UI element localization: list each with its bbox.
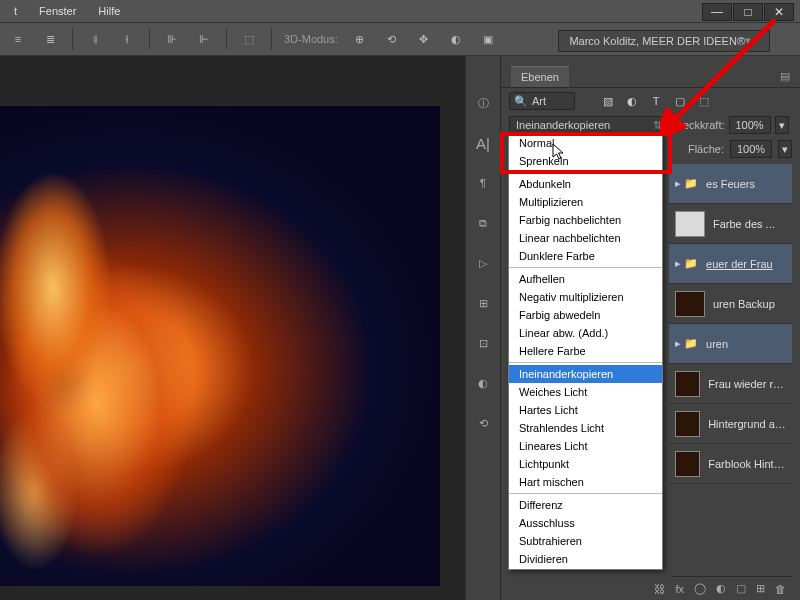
layer-row[interactable]: ▸ 📁es Feuers (669, 164, 792, 204)
group-icon[interactable]: ▢ (736, 582, 746, 595)
blend-mode-option[interactable]: Ineinanderkopieren (509, 365, 662, 383)
main-area: ⓘ A| ¶ ⧉ ▷ ⊞ ⊡ ◐ ⟲ Ebenen ▤ 🔍 Art ▧ ◐ T … (0, 56, 800, 600)
fill-input[interactable]: 100% (730, 140, 772, 158)
canvas-area (0, 56, 465, 600)
distribute-icon-2[interactable]: ⫲ (117, 29, 137, 49)
paragraph-icon[interactable]: ¶ (472, 172, 494, 194)
blend-mode-option[interactable]: Hartes Licht (509, 401, 662, 419)
align-icon-2[interactable]: ≣ (40, 29, 60, 49)
blend-mode-option[interactable]: Negativ multiplizieren (509, 288, 662, 306)
document-canvas[interactable] (0, 106, 440, 586)
layer-thumbnail (675, 411, 700, 437)
3d-tool-5[interactable]: ▣ (478, 29, 498, 49)
close-button[interactable]: ✕ (764, 3, 794, 21)
blend-mode-option[interactable]: Weiches Licht (509, 383, 662, 401)
blend-mode-option[interactable]: Linear abw. (Add.) (509, 324, 662, 342)
blend-mode-option[interactable]: Sprenkeln (509, 152, 662, 170)
blend-mode-option[interactable]: Aufhellen (509, 270, 662, 288)
trash-icon[interactable]: 🗑 (775, 583, 786, 595)
blend-mode-option[interactable]: Dividieren (509, 550, 662, 568)
layer-row[interactable]: ▸ 📁euer der Frau (669, 244, 792, 284)
menu-bar: t Fenster Hilfe (0, 0, 800, 22)
history-icon[interactable]: ⟲ (472, 412, 494, 434)
separator (72, 28, 73, 50)
panel-menu-icon[interactable]: ▤ (780, 70, 790, 83)
layer-name: uren (706, 338, 728, 350)
link-layers-icon[interactable]: ⛓ (654, 583, 665, 595)
collapsed-panels: ⓘ A| ¶ ⧉ ▷ ⊞ ⊡ ◐ ⟲ (465, 56, 501, 600)
layer-thumbnail (675, 451, 700, 477)
maximize-button[interactable]: □ (733, 3, 763, 21)
blend-mode-option[interactable]: Subtrahieren (509, 532, 662, 550)
blend-mode-option[interactable]: Abdunkeln (509, 175, 662, 193)
minimize-button[interactable]: — (702, 3, 732, 21)
fill-slider-button[interactable]: ▾ (778, 140, 792, 158)
layer-thumbnail (675, 291, 705, 317)
blend-mode-option[interactable]: Differenz (509, 496, 662, 514)
filter-adjust-icon[interactable]: ◐ (623, 93, 641, 109)
distribute-icon[interactable]: ⫴ (85, 29, 105, 49)
3d-tool-2[interactable]: ⟲ (382, 29, 402, 49)
spacing-icon-2[interactable]: ⊩ (194, 29, 214, 49)
blend-mode-option[interactable]: Dunklere Farbe (509, 247, 662, 265)
layer-name: es Feuers (706, 178, 755, 190)
tab-ebenen[interactable]: Ebenen (511, 66, 569, 87)
layer-row[interactable]: Hintergrund abdu... (669, 404, 792, 444)
layer-row[interactable]: Farblook Hintergr... (669, 444, 792, 484)
layer-name: Hintergrund abdu... (708, 418, 786, 430)
blend-mode-option[interactable]: Strahlendes Licht (509, 419, 662, 437)
layer-row[interactable]: ▸ 📁uren (669, 324, 792, 364)
workspace-selector[interactable]: Marco Kolditz, MEER DER IDEEN® ▾ (558, 30, 770, 52)
separator (149, 28, 150, 50)
filter-pixel-icon[interactable]: ▧ (599, 93, 617, 109)
folder-icon: ▸ 📁 (675, 337, 698, 350)
blend-mode-menu[interactable]: NormalSprenkelnAbdunkelnMultiplizierenFa… (508, 132, 663, 570)
folder-icon: ▸ 📁 (675, 257, 698, 270)
filter-type-icon[interactable]: T (647, 93, 665, 109)
workspace-label: Marco Kolditz, MEER DER IDEEN® (569, 35, 745, 47)
menu-item-fenster[interactable]: Fenster (29, 2, 86, 20)
info-icon[interactable]: ⓘ (472, 92, 494, 114)
menu-item-t[interactable]: t (4, 2, 27, 20)
adjustment-layer-icon[interactable]: ◐ (716, 582, 726, 595)
layer-name: uren Backup (713, 298, 775, 310)
play-icon[interactable]: ▷ (472, 252, 494, 274)
swatches-icon[interactable]: ⊞ (472, 292, 494, 314)
blend-mode-option[interactable]: Linear nachbelichten (509, 229, 662, 247)
blend-mode-option[interactable]: Lichtpunkt (509, 455, 662, 473)
layer-panel-footer: ⛓ fx ◯ ◐ ▢ ⊞ 🗑 (671, 576, 792, 600)
layer-row[interactable]: Farbe des ... (669, 204, 792, 244)
new-layer-icon[interactable]: ⊞ (756, 582, 765, 595)
3d-tool-1[interactable]: ⊕ (350, 29, 370, 49)
layer-row[interactable]: Frau wieder rötlic... (669, 364, 792, 404)
character-icon[interactable]: A| (472, 132, 494, 154)
layer-thumbnail (675, 211, 705, 237)
3d-tool-4[interactable]: ◐ (446, 29, 466, 49)
3d-tool-3[interactable]: ✥ (414, 29, 434, 49)
blend-mode-option[interactable]: Hellere Farbe (509, 342, 662, 360)
blend-mode-option[interactable]: Multiplizieren (509, 193, 662, 211)
adjustments-icon[interactable]: ◐ (472, 372, 494, 394)
blend-mode-option[interactable]: Hart mischen (509, 473, 662, 491)
color-icon[interactable]: ⊡ (472, 332, 494, 354)
filter-shape-icon[interactable]: ▢ (671, 93, 689, 109)
blend-mode-option[interactable]: Lineares Licht (509, 437, 662, 455)
menu-item-hilfe[interactable]: Hilfe (88, 2, 130, 20)
layer-row[interactable]: uren Backup (669, 284, 792, 324)
layer-fx-icon[interactable]: fx (675, 583, 684, 595)
spacing-icon[interactable]: ⊪ (162, 29, 182, 49)
opacity-input[interactable]: 100% (729, 116, 771, 134)
blend-mode-option[interactable]: Ausschluss (509, 514, 662, 532)
layer-mask-icon[interactable]: ◯ (694, 582, 706, 595)
clone-icon[interactable]: ⧉ (472, 212, 494, 234)
opacity-label: Deckkraft: (675, 119, 725, 131)
layer-filter-search[interactable]: 🔍 Art (509, 92, 575, 110)
filter-smart-icon[interactable]: ⬚ (695, 93, 713, 109)
blend-mode-option[interactable]: Normal (509, 134, 662, 152)
3d-icon[interactable]: ⬚ (239, 29, 259, 49)
blend-mode-option[interactable]: Farbig abwedeln (509, 306, 662, 324)
blend-mode-option[interactable]: Farbig nachbelichten (509, 211, 662, 229)
opacity-slider-button[interactable]: ▾ (775, 116, 789, 134)
folder-icon: ▸ 📁 (675, 177, 698, 190)
align-icon[interactable]: ≡ (8, 29, 28, 49)
